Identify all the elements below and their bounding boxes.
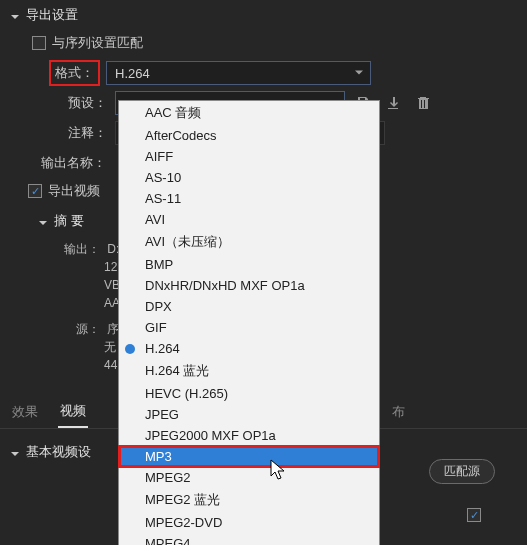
export-settings-header[interactable]: 导出设置 <box>0 0 527 30</box>
format-option[interactable]: H.264 蓝光 <box>119 359 379 383</box>
format-option[interactable]: AVI <box>119 209 379 230</box>
format-option[interactable]: AAC 音频 <box>119 101 379 125</box>
format-option[interactable]: MPEG2-DVD <box>119 512 379 533</box>
output-name-label: 输出名称： <box>34 154 106 172</box>
summary-title: 摘 要 <box>54 212 84 230</box>
chevron-down-icon <box>10 447 20 457</box>
format-option[interactable]: JPEG <box>119 404 379 425</box>
export-video-label: 导出视频 <box>48 182 100 200</box>
import-preset-button[interactable] <box>381 91 405 115</box>
format-dropdown[interactable]: AAC 音频 AfterCodecs AIFF AS-10 AS-11 AVI … <box>118 100 380 545</box>
summary-source-line-2: 44 <box>104 358 117 372</box>
format-option[interactable]: JPEG2000 MXF OP1a <box>119 425 379 446</box>
summary-output-label: 输出： <box>60 240 100 258</box>
format-option[interactable]: DNxHR/DNxHD MXF OP1a <box>119 275 379 296</box>
summary-source-line-1: 无 <box>104 340 116 354</box>
format-option[interactable]: BMP <box>119 254 379 275</box>
match-sequence-checkbox[interactable] <box>32 36 46 50</box>
chevron-down-icon <box>10 10 20 20</box>
match-source-label: 匹配源 <box>444 464 480 478</box>
summary-source-label: 源： <box>60 320 100 338</box>
format-option-selected[interactable]: H.264 <box>119 338 379 359</box>
format-option-mp3[interactable]: MP3 <box>119 446 379 467</box>
format-select[interactable]: H.264 <box>106 61 371 85</box>
chevron-down-icon <box>354 66 364 81</box>
format-option[interactable]: AIFF <box>119 146 379 167</box>
format-label: 格式： <box>55 65 94 80</box>
format-option[interactable]: AS-11 <box>119 188 379 209</box>
basic-video-title: 基本视频设 <box>26 443 91 461</box>
format-select-value: H.264 <box>115 66 150 81</box>
format-option[interactable]: MPEG2 蓝光 <box>119 488 379 512</box>
format-option[interactable]: MPEG2 <box>119 467 379 488</box>
format-option[interactable]: AVI（未压缩） <box>119 230 379 254</box>
export-video-checkbox[interactable] <box>28 184 42 198</box>
format-option[interactable]: AfterCodecs <box>119 125 379 146</box>
match-sequence-row: 与序列设置匹配 <box>0 30 527 58</box>
tab-video[interactable]: 视频 <box>58 396 88 428</box>
format-option[interactable]: HEVC (H.265) <box>119 383 379 404</box>
match-source-button[interactable]: 匹配源 <box>429 459 495 484</box>
radio-dot-icon <box>125 344 135 354</box>
chevron-down-icon <box>38 216 48 226</box>
tab-effects[interactable]: 效果 <box>10 397 40 427</box>
format-option[interactable]: DPX <box>119 296 379 317</box>
cursor-icon <box>270 459 288 484</box>
match-sequence-label: 与序列设置匹配 <box>52 34 143 52</box>
summary-output-line-1: 12 <box>104 260 117 274</box>
format-row: 格式： H.264 <box>0 58 527 88</box>
format-option[interactable]: MPEG4 <box>119 533 379 545</box>
comment-label: 注释： <box>57 124 107 142</box>
format-option[interactable]: AS-10 <box>119 167 379 188</box>
export-settings-title: 导出设置 <box>26 6 78 24</box>
bottom-checkbox[interactable] <box>467 508 481 522</box>
format-label-highlight: 格式： <box>49 60 100 86</box>
tab-right[interactable]: 布 <box>390 397 407 427</box>
format-option[interactable]: GIF <box>119 317 379 338</box>
delete-preset-button[interactable] <box>411 91 435 115</box>
preset-label: 预设： <box>57 94 107 112</box>
